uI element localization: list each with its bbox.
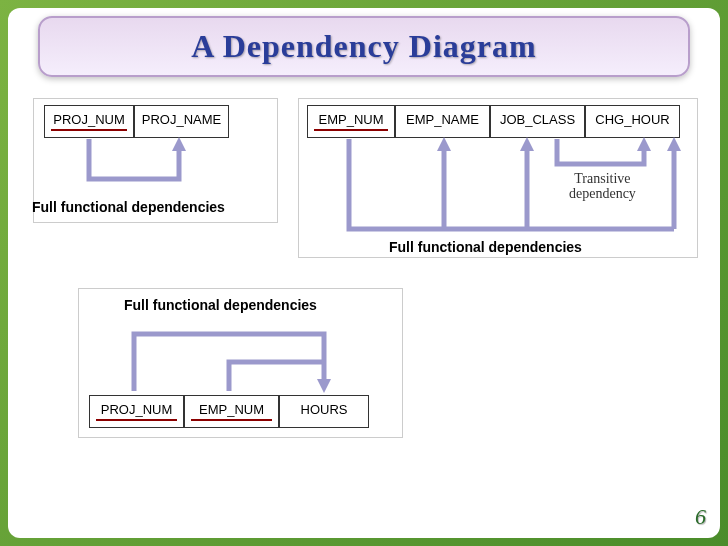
slide-inner: A Dependency Diagram PROJ_NUM PROJ_NAME … <box>8 8 720 538</box>
cell-proj-num: PROJ_NUM <box>89 395 184 428</box>
label-full-functional: Full functional dependencies <box>389 239 582 255</box>
diagram-3: Full functional dependencies PROJ_NUM EM… <box>78 288 403 438</box>
dependency-arrows <box>299 99 699 259</box>
cell-hours: HOURS <box>279 395 369 428</box>
diagram-2: EMP_NUM EMP_NAME JOB_CLASS CHG_HOUR <box>298 98 698 258</box>
svg-marker-5 <box>317 379 331 393</box>
svg-marker-0 <box>172 137 186 151</box>
label-full-functional: Full functional dependencies <box>32 199 225 215</box>
slide-title: A Dependency Diagram <box>60 28 668 65</box>
page-number: 6 <box>695 504 706 530</box>
svg-marker-4 <box>637 137 651 151</box>
table-row: PROJ_NUM EMP_NUM HOURS <box>89 395 369 428</box>
svg-marker-3 <box>667 137 681 151</box>
label-transitive: Transitive dependency <box>569 171 636 202</box>
svg-marker-1 <box>437 137 451 151</box>
slide-container: A Dependency Diagram PROJ_NUM PROJ_NAME … <box>0 0 728 546</box>
svg-marker-2 <box>520 137 534 151</box>
content-area: PROJ_NUM PROJ_NAME Full functional depen… <box>8 88 720 538</box>
diagram-1: PROJ_NUM PROJ_NAME Full functional depen… <box>33 98 278 223</box>
cell-emp-num: EMP_NUM <box>184 395 279 428</box>
title-box: A Dependency Diagram <box>38 16 690 77</box>
